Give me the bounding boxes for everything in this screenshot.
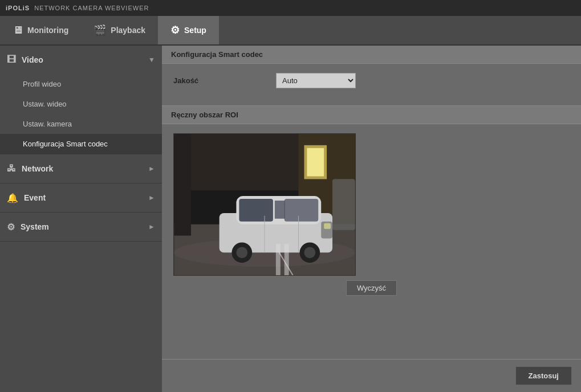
sidebar-group-event: Event ►: [0, 183, 162, 213]
svg-rect-23: [276, 244, 281, 275]
svg-rect-17: [332, 179, 355, 230]
section-body-smart-codec: Jakość Auto Low Medium High: [162, 64, 581, 105]
jakosc-row: Jakość Auto Low Medium High: [173, 73, 570, 88]
monitor-icon: [13, 24, 23, 36]
sidebar-group-system-label: System: [21, 222, 49, 231]
tab-monitoring-label: Monitoring: [27, 26, 68, 35]
svg-rect-11: [285, 199, 319, 222]
title-bar: iPOLiS NETWORK CAMERA WEBVIEWER: [0, 0, 581, 16]
svg-rect-12: [275, 201, 285, 219]
svg-rect-22: [174, 134, 191, 236]
sidebar-group-network: Network ►: [0, 154, 162, 183]
video-icon: [7, 55, 16, 65]
svg-rect-16: [324, 223, 331, 229]
jakosc-select[interactable]: Auto Low Medium High: [276, 73, 356, 88]
top-nav: Monitoring Playback Setup: [0, 16, 581, 46]
chevron-right-icon-network: ►: [148, 165, 155, 173]
sidebar-group-event-label: Event: [24, 193, 46, 202]
chevron-down-icon: ▼: [148, 56, 155, 64]
sidebar-group-header-video[interactable]: Video ▼: [0, 46, 162, 74]
parking-lot-svg: [174, 134, 355, 275]
chevron-right-icon-system: ►: [148, 223, 155, 231]
sidebar-group-system: System ►: [0, 213, 162, 242]
camera-preview: [173, 133, 356, 276]
tab-setup-label: Setup: [184, 26, 206, 35]
svg-rect-24: [285, 244, 289, 275]
network-icon: [7, 164, 16, 174]
roi-preview-wrapper: Wyczyść: [162, 124, 581, 305]
sidebar-group-video-label: Video: [22, 55, 43, 64]
bottom-bar: Zastosuj: [162, 359, 581, 392]
section-header-smart-codec: Konfiguracja Smart codec: [162, 46, 581, 64]
event-icon: [7, 193, 18, 203]
sidebar-item-profil-wideo[interactable]: Profil wideo: [0, 74, 162, 94]
sidebar-group-network-label: Network: [22, 164, 53, 173]
sidebar-group-video: Video ▼ Profil wideo Ustaw. wideo Ustaw.…: [0, 46, 162, 154]
film-icon: [94, 24, 106, 36]
content-area: Konfiguracja Smart codec Jakość Auto Low…: [162, 46, 581, 392]
sidebar: Video ▼ Profil wideo Ustaw. wideo Ustaw.…: [0, 46, 162, 392]
apply-button[interactable]: Zastosuj: [515, 366, 572, 385]
chevron-right-icon-event: ►: [148, 194, 155, 202]
svg-rect-10: [239, 199, 273, 222]
clear-button[interactable]: Wyczyść: [346, 280, 397, 296]
svg-rect-4: [307, 148, 324, 177]
tab-monitoring[interactable]: Monitoring: [0, 16, 81, 44]
section-header-roi: Ręczny obszar ROI: [162, 106, 581, 124]
sidebar-item-ustaw-kamera[interactable]: Ustaw. kamera: [0, 114, 162, 134]
system-icon: [7, 222, 15, 232]
jakosc-label: Jakość: [173, 76, 265, 85]
tab-playback-label: Playback: [111, 26, 145, 35]
sidebar-item-ustaw-wideo[interactable]: Ustaw. wideo: [0, 94, 162, 114]
svg-point-19: [236, 247, 247, 258]
sidebar-group-header-event[interactable]: Event ►: [0, 183, 162, 212]
svg-point-21: [304, 247, 315, 258]
sidebar-group-header-network[interactable]: Network ►: [0, 154, 162, 183]
sidebar-item-konfiguracja-smart-codec[interactable]: Konfiguracja Smart codec: [0, 134, 162, 154]
main-layout: Video ▼ Profil wideo Ustaw. wideo Ustaw.…: [0, 46, 581, 392]
app-title: iPOLiS NETWORK CAMERA WEBVIEWER: [6, 5, 149, 11]
setup-gear-icon: [170, 24, 180, 36]
sidebar-group-header-system[interactable]: System ►: [0, 213, 162, 241]
tab-setup[interactable]: Setup: [158, 16, 219, 44]
tab-playback[interactable]: Playback: [81, 16, 158, 44]
